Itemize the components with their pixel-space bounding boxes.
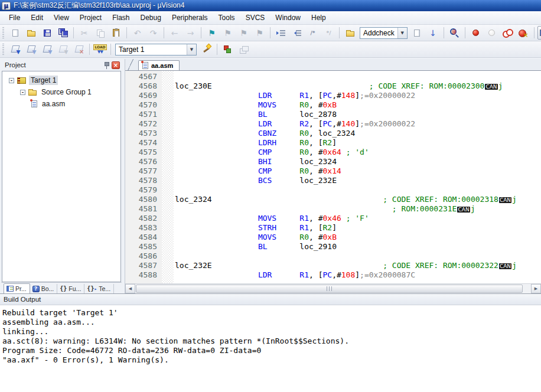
menu-view[interactable]: View xyxy=(48,12,74,24)
menu-window[interactable]: Window xyxy=(270,12,306,24)
breakpoint-margin[interactable] xyxy=(162,71,174,283)
code-line[interactable]: LDR R2, [PC,#140];=0x20000022 xyxy=(175,119,541,129)
code-line[interactable]: BHI loc_2324 xyxy=(175,157,541,166)
menu-tools[interactable]: Tools xyxy=(213,12,240,24)
scroll-left-icon[interactable]: ◀ xyxy=(125,284,135,293)
toolbar-grip[interactable] xyxy=(2,27,5,39)
multiple-project-workspace-button[interactable] xyxy=(236,43,251,56)
chevron-down-icon: ▼ xyxy=(401,31,404,35)
code-lines[interactable]: loc_230E ; CODE XREF: ROM:00002300CANj L… xyxy=(174,71,541,283)
redo-button[interactable]: ↷ xyxy=(146,26,161,40)
code-line[interactable]: BL loc_2910 xyxy=(175,242,541,251)
expander-icon[interactable]: - xyxy=(20,90,25,95)
copy-button[interactable] xyxy=(93,26,107,40)
tree-item-target-1[interactable]: -Target 1 xyxy=(2,74,120,86)
build-output-header[interactable]: Build Output xyxy=(0,293,541,305)
menu-edit[interactable]: Edit xyxy=(25,12,48,24)
panel-tab-pr[interactable]: Pr... xyxy=(4,283,30,293)
target-select-combobox[interactable]: Target 1▼ xyxy=(115,44,197,55)
code-line[interactable] xyxy=(175,72,541,81)
find-in-files-dialog-button[interactable] xyxy=(410,26,425,40)
batch-build-button[interactable] xyxy=(56,43,70,56)
indent-button[interactable] xyxy=(273,26,288,40)
code-line[interactable]: LDR R1, [PC,#148];=0x20000022 xyxy=(175,91,541,100)
expander-icon[interactable]: - xyxy=(9,78,14,83)
code-line[interactable]: MOVS R1, #0x46 ; 'F' xyxy=(175,214,541,223)
scroll-right-icon[interactable]: ▶ xyxy=(531,284,541,293)
code-line[interactable] xyxy=(175,185,541,195)
target-options-button[interactable] xyxy=(199,43,214,56)
code-line[interactable]: CMP R0, #0x64 ; 'd' xyxy=(175,148,541,157)
incremental-find-button[interactable]: ↓ xyxy=(426,26,441,40)
menu-file[interactable]: File xyxy=(4,12,25,24)
target-select-dropdown-button[interactable]: ▼ xyxy=(187,44,196,55)
code-line[interactable] xyxy=(175,251,541,261)
toggle-bookmark-button[interactable]: ⚑ xyxy=(204,26,219,40)
find-button[interactable] xyxy=(447,26,462,40)
menu-help[interactable]: Help xyxy=(306,12,331,24)
open-file-icon xyxy=(27,31,35,37)
code-line[interactable]: BCS loc_232E xyxy=(175,176,541,185)
cut-button[interactable]: ✂ xyxy=(77,26,92,40)
code-line[interactable]: LDR R1, [PC,#108];=0x2000087C xyxy=(175,270,541,280)
menu-flash[interactable]: Flash xyxy=(107,12,135,24)
code-view[interactable]: 4567456845694570457145724573457445754576… xyxy=(125,71,541,283)
code-line[interactable]: loc_232E ; CODE XREF: ROM:00002322CANj xyxy=(175,261,541,270)
tree-item-aa-asm[interactable]: aa.asm xyxy=(2,98,120,110)
enable-disable-breakpoint-button[interactable] xyxy=(484,26,499,40)
open-file-button[interactable] xyxy=(24,26,38,40)
undo-icon: ↶ xyxy=(134,29,141,37)
insert-breakpoint-button[interactable] xyxy=(468,26,483,40)
code-line[interactable]: loc_230E ; CODE XREF: ROM:00002300CANj xyxy=(175,81,541,91)
search-combobox[interactable]: Addcheck▼ xyxy=(360,27,408,39)
disable-all-breakpoints-button[interactable] xyxy=(500,26,515,40)
code-line[interactable]: MOVS R0, #0xB xyxy=(175,100,541,110)
navigate-forward-button[interactable]: → xyxy=(183,26,198,40)
code-line[interactable]: ; ROM:0000231ECANj xyxy=(175,204,541,214)
panel-tab-fu[interactable]: {}Fu... xyxy=(57,284,84,293)
previous-bookmark-button[interactable]: ⚑ xyxy=(220,26,235,40)
code-line[interactable]: CBNZ R0, loc_2324 xyxy=(175,129,541,138)
stop-build-button[interactable] xyxy=(71,43,86,56)
undo-button[interactable]: ↶ xyxy=(130,26,145,40)
panel-tab-bo[interactable]: ?Bo... xyxy=(30,284,58,293)
build-target-button[interactable] xyxy=(24,43,38,56)
code-line[interactable]: LDRH R0, [R2] xyxy=(175,138,541,148)
translate-file-button[interactable] xyxy=(8,43,22,56)
close-icon[interactable]: × xyxy=(112,61,120,69)
clear-bookmarks-button[interactable]: ⚑ xyxy=(252,26,267,40)
uncomment-selection-button[interactable]: */ xyxy=(321,26,336,40)
new-file-button[interactable] xyxy=(8,26,22,40)
scrollbar-thumb[interactable] xyxy=(136,285,523,293)
code-line[interactable]: STRH R1, [R2] xyxy=(175,223,541,233)
save-button[interactable] xyxy=(40,26,54,40)
comment-selection-button[interactable]: /* xyxy=(305,26,320,40)
tree-item-source-group-1[interactable]: -Source Group 1 xyxy=(2,86,120,98)
menu-debug[interactable]: Debug xyxy=(135,12,167,24)
tab-aa-asm[interactable]: aa.asm xyxy=(138,60,180,70)
kill-all-breakpoints-button[interactable] xyxy=(516,26,531,40)
menu-svcs[interactable]: SVCS xyxy=(240,12,270,24)
next-bookmark-button[interactable]: ⚑ xyxy=(236,26,251,40)
title-bar[interactable]: µ F:\案例\stm32反汇编\stm32f103rb\aa.uvproj -… xyxy=(0,0,541,11)
paste-button[interactable] xyxy=(109,26,123,40)
panel-tab-te[interactable]: {}▸Te... xyxy=(84,284,114,293)
outdent-button[interactable] xyxy=(289,26,304,40)
manage-components-button[interactable] xyxy=(220,43,235,56)
code-line[interactable]: MOVS R0, #0xB xyxy=(175,233,541,242)
code-line[interactable]: CMP R0, #0x14 xyxy=(175,166,541,176)
find-in-files-button[interactable] xyxy=(343,26,357,40)
download-to-flash-button[interactable]: LOAD▼▼ xyxy=(93,43,107,56)
menu-peripherals[interactable]: Peripherals xyxy=(167,12,213,24)
code-line[interactable]: BL loc_2878 xyxy=(175,110,541,119)
toolbar-grip[interactable] xyxy=(2,44,5,55)
save-all-button[interactable] xyxy=(56,26,70,40)
pin-icon[interactable] xyxy=(103,61,109,69)
rebuild-all-button[interactable] xyxy=(40,43,54,56)
navigate-back-button[interactable]: ← xyxy=(167,26,182,40)
window-layout-button[interactable]: ▼ xyxy=(537,26,541,40)
code-line[interactable]: loc_2324 ; CODE XREF: ROM:00002318CANj xyxy=(175,195,541,204)
search-dropdown-button[interactable]: ▼ xyxy=(397,28,407,38)
horizontal-scrollbar[interactable]: ◀ ▶ xyxy=(125,283,541,293)
menu-project[interactable]: Project xyxy=(74,12,107,24)
